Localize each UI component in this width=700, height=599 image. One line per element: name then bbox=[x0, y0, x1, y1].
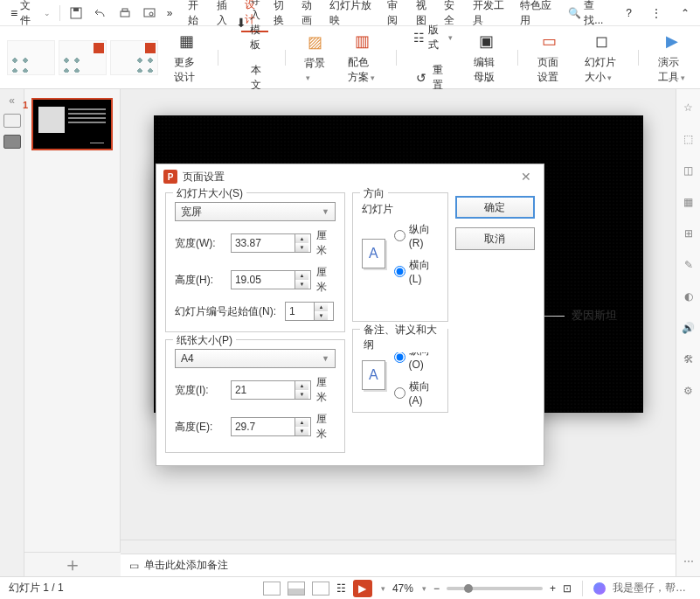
zoom-out-button[interactable]: − bbox=[433, 582, 440, 595]
notes-pane[interactable]: ▭ 单击此处添加备注 bbox=[121, 554, 676, 576]
width-spinner[interactable]: ▲▼ bbox=[231, 233, 311, 253]
dialog-close-button[interactable]: ✕ bbox=[516, 168, 537, 185]
sidebar-tools-icon[interactable]: 🛠 bbox=[681, 352, 697, 367]
template-thumb[interactable] bbox=[59, 40, 107, 75]
zoom-value[interactable]: 47% bbox=[392, 582, 413, 595]
color-scheme-button[interactable]: ▥配色方案▾ bbox=[341, 29, 383, 87]
pheight-spinner[interactable]: ▲▼ bbox=[231, 417, 311, 436]
import-template-button[interactable]: ⬇导入模板 bbox=[231, 0, 273, 56]
tab-start[interactable]: 开始 bbox=[184, 0, 211, 31]
height-input[interactable] bbox=[232, 274, 295, 286]
pwidth-spinner[interactable]: ▲▼ bbox=[231, 380, 311, 400]
template-thumb[interactable] bbox=[7, 40, 55, 75]
sidebar-material-icon[interactable]: ⊞ bbox=[681, 226, 697, 241]
collapse-ribbon-icon[interactable]: ⌃ bbox=[676, 5, 695, 21]
save-icon[interactable] bbox=[64, 4, 88, 22]
thumbnail-pane-tab[interactable] bbox=[3, 135, 21, 149]
slide-thumbnail[interactable]: 1 bbox=[31, 98, 113, 150]
start-num-up[interactable]: ▲ bbox=[315, 303, 328, 311]
height-down[interactable]: ▼ bbox=[295, 280, 308, 289]
help-icon[interactable]: ? bbox=[620, 5, 637, 21]
play-button[interactable]: ▶ bbox=[353, 580, 372, 597]
cancel-button[interactable]: 取消 bbox=[455, 227, 535, 250]
template-gallery[interactable] bbox=[7, 40, 158, 75]
reset-icon: ↺ bbox=[413, 70, 429, 86]
pheight-label: 高度(E): bbox=[175, 420, 225, 435]
tab-transition[interactable]: 切换 bbox=[270, 0, 296, 31]
sidebar-more-icon[interactable]: ⋯ bbox=[681, 554, 697, 569]
assistant-avatar[interactable] bbox=[593, 582, 606, 595]
start-num-down[interactable]: ▼ bbox=[315, 311, 328, 320]
pheight-up[interactable]: ▲ bbox=[295, 418, 308, 427]
zoom-in-button[interactable]: + bbox=[550, 582, 556, 595]
paper-size-fieldset: 纸张大小(P) A4▼ 宽度(I): ▲▼ 厘米 高度(E): ▲▼ 厘米 bbox=[165, 339, 345, 453]
more-icon[interactable]: ⋮ bbox=[646, 5, 667, 21]
print-icon[interactable] bbox=[113, 4, 137, 22]
pwidth-input[interactable] bbox=[232, 384, 295, 396]
landscape-a-radio[interactable]: 横向(A) bbox=[394, 380, 439, 407]
fit-button[interactable]: ⊡ bbox=[563, 582, 572, 595]
paper-size-legend: 纸张大小(P) bbox=[173, 333, 236, 348]
start-num-label: 幻灯片编号起始值(N): bbox=[175, 304, 280, 319]
portrait-r-radio[interactable]: 纵向(R) bbox=[394, 222, 439, 249]
add-slide-button[interactable]: ＋ bbox=[24, 552, 121, 576]
width-input[interactable] bbox=[232, 237, 295, 249]
svg-point-5 bbox=[149, 12, 153, 16]
slide-size-combo[interactable]: 宽屏▼ bbox=[175, 202, 336, 221]
paper-size-combo[interactable]: A4▼ bbox=[175, 349, 336, 368]
sidebar-animation-icon[interactable]: ◐ bbox=[681, 289, 697, 304]
background-button[interactable]: ▨背景▾ bbox=[297, 30, 332, 85]
sidebar-template-icon[interactable]: ▦ bbox=[681, 194, 697, 210]
present-tools-button[interactable]: ▶演示工具▾ bbox=[651, 29, 693, 87]
horizontal-scrollbar[interactable] bbox=[121, 540, 676, 554]
page-setup-icon: ▭ bbox=[539, 31, 560, 52]
search-button[interactable]: 🔍查找... bbox=[563, 0, 612, 30]
undo-icon[interactable] bbox=[88, 4, 113, 22]
tab-animation[interactable]: 动画 bbox=[298, 0, 324, 31]
start-num-input[interactable] bbox=[286, 305, 314, 317]
unit-label: 厘米 bbox=[316, 228, 336, 258]
right-sidebar: ☆ ⬚ ◫ ▦ ⊞ ✎ ◐ 🔊 🛠 ⚙ ⋯ bbox=[676, 89, 700, 576]
pwidth-up[interactable]: ▲ bbox=[295, 381, 308, 390]
pheight-input[interactable] bbox=[232, 421, 295, 433]
sidebar-design-icon[interactable]: ◫ bbox=[681, 163, 697, 178]
ok-button[interactable]: 确定 bbox=[455, 196, 535, 219]
tab-slideshow[interactable]: 幻灯片放映 bbox=[326, 0, 382, 31]
sidebar-edit-icon[interactable]: ✎ bbox=[681, 257, 697, 273]
dialog-titlebar[interactable]: P 页面设置 ✕ bbox=[156, 164, 544, 189]
menu-button[interactable]: ≡文件⌄ bbox=[5, 0, 56, 30]
assistant-text[interactable]: 我是墨仔，帮你排版... bbox=[613, 581, 691, 596]
slide-size-button[interactable]: ◻幻灯片大小▾ bbox=[578, 29, 626, 87]
pheight-down[interactable]: ▼ bbox=[295, 427, 308, 435]
preview-icon[interactable] bbox=[137, 4, 162, 22]
width-down[interactable]: ▼ bbox=[295, 243, 308, 252]
landscape-l-radio[interactable]: 横向(L) bbox=[394, 258, 439, 285]
thumbnail-panel: 1 bbox=[24, 89, 121, 552]
notes-icon: ▭ bbox=[129, 560, 139, 572]
edit-master-button[interactable]: ▣编辑母版 bbox=[467, 29, 505, 87]
pwidth-down[interactable]: ▼ bbox=[295, 390, 308, 399]
zoom-slider[interactable] bbox=[447, 587, 543, 590]
more-designs-button[interactable]: ▦更多设计 bbox=[167, 29, 205, 87]
overflow-icon[interactable]: » bbox=[162, 5, 178, 21]
height-up[interactable]: ▲ bbox=[295, 271, 308, 280]
width-up[interactable]: ▲ bbox=[295, 234, 308, 243]
height-spinner[interactable]: ▲▼ bbox=[231, 270, 311, 289]
outline-pane-tab[interactable] bbox=[3, 114, 21, 128]
view-sorter-button[interactable] bbox=[288, 582, 305, 596]
tab-special[interactable]: 特色应用 bbox=[516, 0, 563, 31]
sidebar-favorite-icon[interactable]: ☆ bbox=[681, 100, 697, 115]
tab-devtools[interactable]: 开发工具 bbox=[469, 0, 516, 31]
pane-expand-icon[interactable]: « bbox=[9, 94, 15, 107]
start-num-spinner[interactable]: ▲▼ bbox=[285, 302, 334, 321]
sidebar-object-icon[interactable]: ⬚ bbox=[681, 131, 697, 147]
sidebar-settings-icon[interactable]: ⚙ bbox=[681, 383, 697, 399]
layout-button[interactable]: ☷版式▾ bbox=[408, 19, 458, 56]
view-normal-button[interactable] bbox=[263, 582, 281, 596]
tab-review[interactable]: 审阅 bbox=[384, 0, 410, 31]
template-thumb[interactable] bbox=[110, 40, 158, 75]
sidebar-voice-icon[interactable]: 🔊 bbox=[681, 320, 697, 336]
page-setup-button[interactable]: ▭页面设置 bbox=[530, 29, 569, 87]
view-notes-button[interactable]: ☷ bbox=[336, 582, 346, 595]
view-reading-button[interactable] bbox=[312, 582, 329, 596]
